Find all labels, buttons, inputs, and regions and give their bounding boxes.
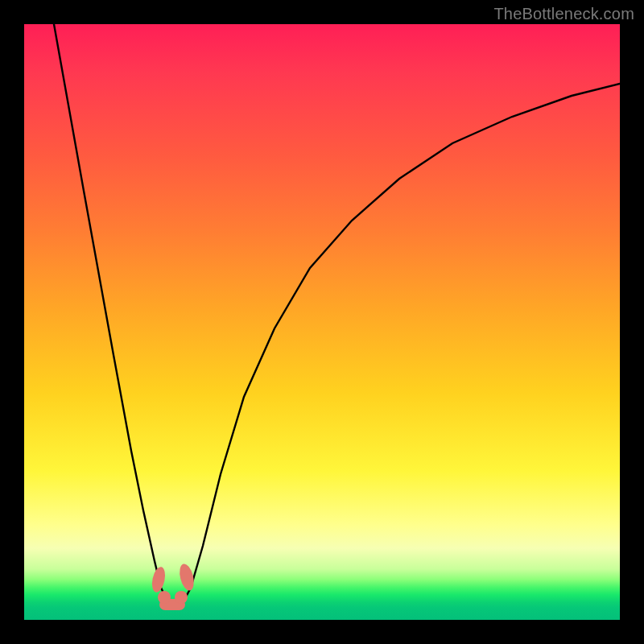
curve-svg xyxy=(24,24,620,620)
watermark-text: TheBottleneck.com xyxy=(493,5,634,23)
svg-point-4 xyxy=(175,591,188,604)
svg-point-0 xyxy=(150,566,167,593)
bottleneck-curve xyxy=(54,24,620,606)
highlight-blob xyxy=(150,563,196,610)
chart-stage: TheBottleneck.com xyxy=(0,0,644,644)
plot-area xyxy=(24,24,620,620)
svg-point-3 xyxy=(158,591,171,604)
